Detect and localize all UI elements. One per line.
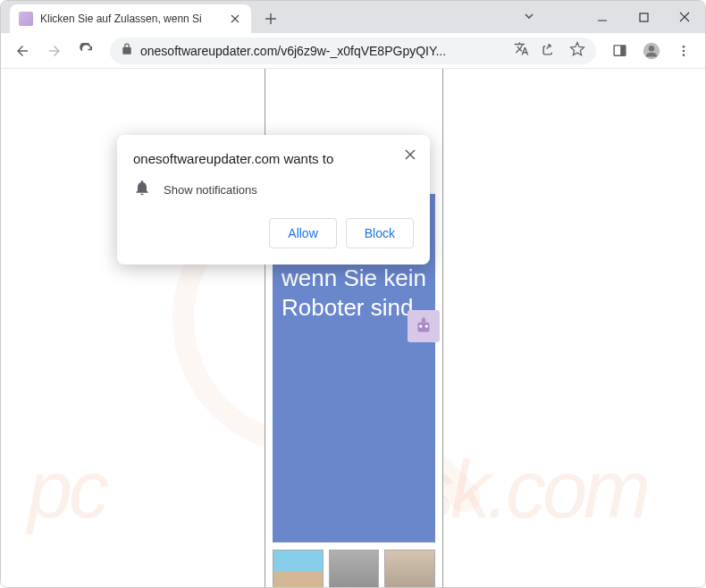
svg-rect-2 (620, 46, 626, 55)
window-controls (582, 1, 705, 33)
close-window-button[interactable] (664, 1, 705, 33)
thumbnail[interactable] (273, 550, 324, 587)
permission-row: Show notifications (133, 179, 414, 200)
thumbnail[interactable] (329, 550, 380, 587)
allow-button[interactable]: Allow (269, 218, 336, 248)
bell-icon (133, 179, 151, 200)
titlebar: Klicken Sie auf Zulassen, wenn Si (1, 1, 705, 33)
permission-capability: Show notifications (164, 183, 257, 197)
lock-icon (121, 43, 133, 59)
bookmark-icon[interactable] (569, 41, 585, 61)
share-icon[interactable] (542, 41, 557, 60)
translate-icon[interactable] (514, 41, 529, 60)
close-popup-icon[interactable] (401, 146, 419, 164)
svg-point-4 (649, 46, 654, 51)
svg-rect-13 (422, 318, 425, 322)
thumbnail-row (265, 550, 442, 587)
url-actions (514, 41, 585, 61)
maximize-button[interactable] (623, 1, 664, 33)
browser-tab[interactable]: Klicken Sie auf Zulassen, wenn Si (10, 4, 251, 33)
svg-point-6 (683, 49, 685, 52)
toolbar: onesoftwareupdater.com/v6j6z9w-_x0fqVE8P… (1, 33, 705, 69)
svg-rect-0 (640, 13, 648, 21)
new-tab-button[interactable] (258, 6, 283, 31)
back-button[interactable] (8, 37, 37, 65)
url-text: onesoftwareupdater.com/v6j6z9w-_x0fqVE8P… (140, 44, 507, 58)
sidepanel-icon[interactable] (605, 37, 634, 65)
toolbar-right (605, 37, 698, 65)
profile-icon[interactable] (637, 37, 666, 65)
permission-buttons: Allow Block (133, 218, 414, 248)
svg-point-7 (683, 54, 685, 56)
svg-rect-10 (418, 323, 430, 332)
minimize-button[interactable] (582, 1, 623, 33)
browser-window: Klicken Sie auf Zulassen, wenn Si onesof… (0, 0, 706, 588)
tab-title: Klicken Sie auf Zulassen, wenn Si (40, 13, 221, 25)
address-bar[interactable]: onesoftwareupdater.com/v6j6z9w-_x0fqVE8P… (110, 38, 596, 64)
forward-button[interactable] (40, 37, 69, 65)
svg-point-11 (419, 324, 422, 327)
thumbnail[interactable] (384, 550, 435, 587)
block-button[interactable]: Block (346, 218, 414, 248)
watermark-text-left: pc (28, 444, 105, 536)
permission-site: onesoftwareupdater.com wants to (133, 151, 414, 166)
favicon (19, 12, 33, 26)
reload-button[interactable] (72, 37, 101, 65)
svg-point-5 (683, 46, 685, 48)
svg-point-12 (425, 324, 428, 327)
page-content: pc risk.com Klicken Sie auf Zulassen, we… (1, 69, 705, 587)
tabs-dropdown-icon[interactable] (523, 10, 535, 26)
menu-icon[interactable] (669, 37, 698, 65)
permission-popup: onesoftwareupdater.com wants to Show not… (117, 135, 430, 265)
robot-icon (408, 310, 440, 342)
close-tab-icon[interactable] (228, 12, 242, 26)
